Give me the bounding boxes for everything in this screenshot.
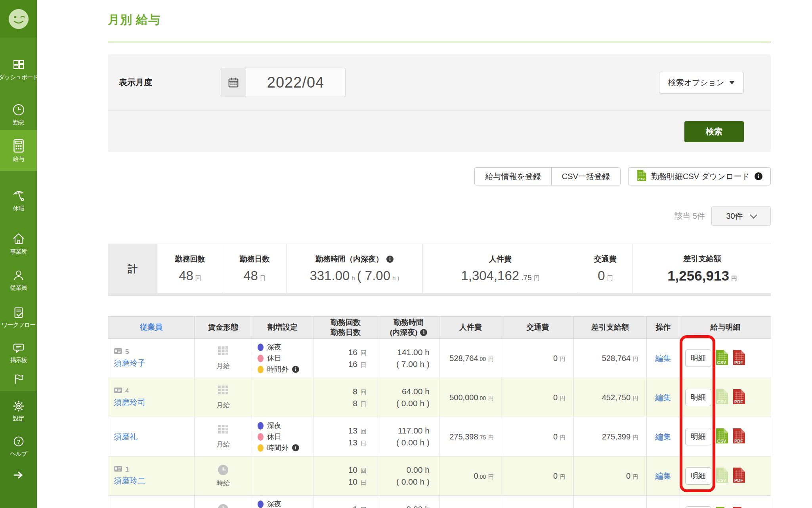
month-value[interactable]: 2022/04 bbox=[246, 68, 345, 97]
sidebar-item-dashboard[interactable]: ダッシュボード bbox=[0, 38, 37, 85]
sidebar-item-label: 従業員 bbox=[10, 284, 27, 292]
pdf-file-icon[interactable]: PDF bbox=[732, 506, 745, 508]
info-icon[interactable] bbox=[386, 256, 394, 263]
edit-link[interactable]: 編集 bbox=[655, 432, 671, 441]
person-icon bbox=[12, 269, 25, 282]
detail-button[interactable]: 明細 bbox=[685, 506, 711, 508]
edit-link[interactable]: 編集 bbox=[655, 393, 671, 402]
search-button[interactable]: 検索 bbox=[684, 121, 744, 142]
sidebar-nav: ダッシュボード 勤怠 給与 bbox=[0, 38, 37, 391]
header-ops: 操作 bbox=[647, 317, 680, 339]
svg-text:PDF: PDF bbox=[734, 360, 743, 365]
id-badge-icon bbox=[114, 348, 122, 356]
svg-text:CSV: CSV bbox=[717, 360, 726, 365]
employee-link[interactable]: 須磨玲子 bbox=[114, 358, 145, 369]
speech-bubble-icon bbox=[12, 341, 25, 355]
user-avatar[interactable] bbox=[0, 0, 37, 38]
table-row: 4 須磨玲司 月給 8回 8日 bbox=[108, 378, 771, 417]
sidebar-item-label: ワークフロー bbox=[2, 321, 35, 329]
svg-text:PDF: PDF bbox=[734, 478, 743, 483]
question-circle-icon: ? bbox=[12, 435, 25, 448]
sidebar-item-help[interactable]: ? ヘルプ bbox=[10, 428, 27, 461]
sidebar-item-bulletin-board[interactable]: 掲示板 bbox=[0, 332, 37, 368]
detail-button[interactable]: 明細 bbox=[685, 389, 711, 406]
monthly-grid-icon bbox=[218, 386, 228, 399]
csv-file-icon[interactable]: CSV bbox=[715, 506, 728, 508]
summary-total-label: 計 bbox=[108, 244, 157, 293]
sidebar-item-label: 設定 bbox=[13, 415, 24, 422]
edit-link[interactable]: 編集 bbox=[655, 354, 671, 363]
employee-link[interactable]: 須磨礼 bbox=[114, 432, 138, 442]
summary-work-days: 勤務日数 48日 bbox=[223, 244, 287, 293]
edit-link[interactable]: 編集 bbox=[655, 472, 671, 480]
dashboard-icon bbox=[11, 57, 26, 72]
employee-id: 1 bbox=[125, 466, 129, 474]
employee-link[interactable]: 須磨玲二 bbox=[114, 476, 145, 486]
pdf-file-icon[interactable]: PDF bbox=[732, 349, 745, 367]
info-icon[interactable] bbox=[292, 444, 299, 451]
main-content: 月別 給与 表示月度 2022/04 検索オプ bbox=[37, 0, 812, 508]
summary-work-count: 勤務回数 48回 bbox=[157, 244, 223, 293]
sidebar-item-label: 休暇 bbox=[13, 205, 24, 212]
detail-button[interactable]: 明細 bbox=[685, 467, 711, 485]
pdf-file-icon[interactable]: PDF bbox=[732, 428, 745, 445]
flag-icon bbox=[12, 372, 25, 386]
info-icon[interactable] bbox=[292, 366, 299, 373]
smiley-avatar-icon bbox=[7, 8, 30, 31]
search-options-label: 検索オプション bbox=[668, 77, 724, 88]
csv-file-icon[interactable]: CSV bbox=[715, 389, 728, 406]
csv-download-button[interactable]: CSV 勤務明細CSV ダウンロード bbox=[628, 167, 771, 185]
beach-umbrella-icon bbox=[11, 188, 26, 203]
csv-file-icon[interactable]: CSV bbox=[715, 467, 728, 485]
pdf-file-icon[interactable]: PDF bbox=[732, 389, 745, 406]
house-icon bbox=[11, 232, 26, 246]
display-month-label: 表示月度 bbox=[119, 77, 221, 88]
sidebar-item-employees[interactable]: 従業員 bbox=[0, 259, 37, 295]
summary-work-hours: 勤務時間（内深夜） 331.00h ( 7.00h ) bbox=[287, 244, 423, 293]
csv-file-icon[interactable]: CSV bbox=[715, 349, 728, 367]
register-payroll-button[interactable]: 給与情報を登録 bbox=[475, 168, 551, 185]
table-row: 須磨礼 月給 深夜 休日 時間外 bbox=[108, 417, 771, 456]
info-icon[interactable] bbox=[420, 329, 427, 336]
pdf-file-icon[interactable]: PDF bbox=[732, 467, 745, 485]
sidebar-item-attendance[interactable]: 勤怠 bbox=[0, 85, 37, 130]
header-transport: 交通費 bbox=[502, 317, 574, 339]
search-panel: 表示月度 2022/04 検索オプション bbox=[108, 54, 771, 152]
clock-icon bbox=[11, 103, 26, 117]
header-employee[interactable]: 従業員 bbox=[108, 317, 195, 339]
sidebar-item-office[interactable]: 事業所 bbox=[0, 216, 37, 259]
calendar-icon bbox=[221, 68, 246, 97]
csv-file-icon[interactable]: CSV bbox=[715, 428, 728, 445]
svg-text:CSV: CSV bbox=[638, 178, 645, 181]
sidebar-item-label: 事業所 bbox=[10, 248, 27, 256]
sidebar-item-label: 掲示板 bbox=[10, 357, 27, 364]
per-page-select[interactable]: 30件 bbox=[711, 206, 771, 226]
sidebar-item-settings[interactable]: 設定 bbox=[12, 396, 25, 426]
sidebar-item-workflow[interactable]: ワークフロー bbox=[0, 295, 37, 332]
actions-row: 給与情報を登録 CSV一括登録 CSV 勤務明細CSV ダウンロード bbox=[108, 167, 771, 185]
info-icon[interactable] bbox=[755, 172, 762, 180]
summary-net-pay: 差引支給額 1,256,913円 bbox=[633, 244, 772, 293]
table-row: 須磨礼三 時給 深夜 休日 時間外 bbox=[108, 496, 771, 508]
employee-link[interactable]: 須磨玲司 bbox=[114, 397, 145, 408]
sidebar-item-flag[interactable] bbox=[0, 368, 37, 391]
search-options-button[interactable]: 検索オプション bbox=[659, 72, 744, 94]
overtime-dot-icon bbox=[258, 366, 264, 373]
hourly-clock-icon bbox=[218, 504, 229, 508]
table-row: 1 須磨玲二 時給 10回 10日 bbox=[108, 456, 771, 496]
sidebar-item-payroll[interactable]: 給与 bbox=[0, 130, 37, 171]
detail-button[interactable]: 明細 bbox=[685, 428, 711, 445]
detail-button[interactable]: 明細 bbox=[685, 349, 711, 367]
sidebar-item-vacation[interactable]: 休暇 bbox=[0, 171, 37, 216]
month-picker[interactable]: 2022/04 bbox=[221, 68, 346, 97]
sidebar-item-label: ヘルプ bbox=[10, 450, 27, 458]
csv-download-label: 勤務明細CSV ダウンロード bbox=[651, 171, 750, 182]
sidebar-collapse-button[interactable] bbox=[13, 464, 25, 487]
wage-type-label: 月給 bbox=[216, 401, 230, 410]
night-dot-icon bbox=[258, 344, 264, 351]
hourly-clock-icon bbox=[218, 464, 229, 477]
csv-bulk-register-button[interactable]: CSV一括登録 bbox=[552, 168, 620, 185]
results-row: 該当 5件 30件 bbox=[108, 206, 771, 226]
wage-type-label: 月給 bbox=[216, 440, 230, 449]
summary-transport: 交通費 0円 bbox=[578, 244, 633, 293]
